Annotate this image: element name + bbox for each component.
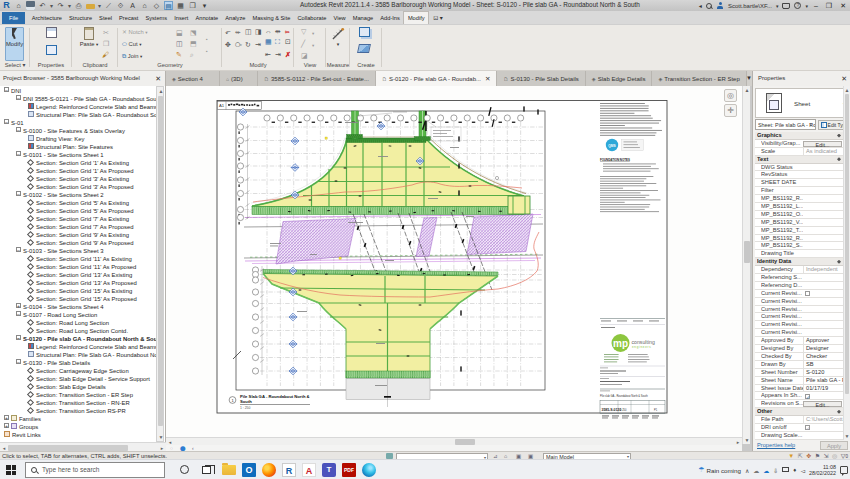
tree-item[interactable]: Section: Section Grid '9' As Proposed [0,239,156,247]
tree-item[interactable]: Drafting View: Key [0,135,156,143]
panel-label[interactable]: Measure [326,62,350,68]
mirror-axis-icon[interactable]: ◫ [245,28,252,36]
tree-item[interactable]: Revit Links [0,431,156,439]
group-icon[interactable]: ⊡ [285,38,291,46]
cart-icon[interactable] [782,2,790,9]
print-icon[interactable]: ⎙ [74,1,83,10]
scroll-up-icon[interactable]: ▲ [743,86,751,94]
tree-item[interactable]: Section: Section Grid '5' As Proposed [0,207,156,215]
scroll-thumb[interactable] [8,445,128,451]
properties-help-link[interactable]: Properties help [757,442,795,448]
property-value[interactable]: Checker [803,353,843,361]
home-icon[interactable]: ⌂ [14,1,23,10]
align-right-icon[interactable]: ⇥ [275,51,281,59]
type-combo[interactable]: Sheet: Pile slab GA - Roundabout North &… [755,119,816,130]
delete-icon[interactable]: ✗ [285,51,291,59]
tree-item[interactable]: –S-0102 - Site Sections Sheet 2 [0,191,156,199]
action-center-icon[interactable] [840,466,848,474]
ribbon-tab-file[interactable]: File [2,12,25,24]
create-group-button[interactable] [356,27,372,42]
tree-item[interactable]: Section: Section Grid '9' As Existing [0,231,156,239]
panel-label[interactable]: Properties [30,62,72,68]
revit-logo-icon[interactable]: R [2,1,11,10]
close-button[interactable]: ✕ [838,2,848,10]
panel-label[interactable]: Create [350,62,382,68]
ribbon-tab-systems[interactable]: Systems [142,12,171,24]
property-value[interactable]: As indicated [803,148,843,156]
tree-item[interactable]: Section: Section Grid '13' As Existing [0,271,156,279]
tree-item[interactable]: Section: Section Grid '3' As Proposed [0,183,156,191]
trim-icon[interactable]: ⇥ [255,41,261,49]
weather-widget[interactable]: ☂Rain coming [698,466,741,474]
chevron-down-icon[interactable]: ▾ [312,41,314,50]
panel-label[interactable]: Modify [222,62,294,68]
expand-icon[interactable]: + [4,415,9,420]
scroll-down-icon[interactable]: ▼ [157,433,165,441]
chevron-down-icon[interactable]: ∨ [809,121,813,127]
tree-item[interactable]: Section: Section Grid '7' As Existing [0,215,156,223]
move-icon[interactable]: ✥ [225,41,231,49]
tree-item[interactable]: Section: Section Grid '1' As Proposed [0,167,156,175]
tree-item[interactable]: Section: Section Grid '15' As Existing [0,287,156,295]
tree-item[interactable]: –S-0120 - Pile slab GA - Roundabout Nort… [0,335,156,343]
default-3d-view-icon[interactable]: ⌂ [140,1,149,10]
unjoin-icon[interactable]: ⬒ [190,40,197,48]
collapse-icon[interactable]: – [16,335,21,340]
tree-item[interactable]: +S-0104 - Site Sections Sheet 4 [0,303,156,311]
tree-item[interactable]: –S-0101 - Site Sections Sheet 1 [0,151,156,159]
scroll-down-icon[interactable]: ▼ [843,432,850,440]
demolish-icon[interactable]: ▪ [206,47,208,55]
tree-item[interactable]: Section: Carriageway Edge Section [0,367,156,375]
hidden-icons-chevron[interactable]: ∧ [745,467,749,474]
chevron-down-icon[interactable]: ▾ [98,2,101,9]
copy-to-clipboard-icon[interactable]: ❐ [103,40,109,48]
canvas-hscrollbar[interactable]: ◂ ▸ [166,437,742,445]
copy-icon[interactable]: ⧂ [235,41,242,49]
type-selector[interactable]: Sheet ▾ [755,88,849,118]
tree-item[interactable]: Section: Section Grid '3' As Existing [0,175,156,183]
properties-palette-button[interactable] [42,27,60,43]
panel-label[interactable]: Clipboard [72,62,118,68]
tree-item[interactable]: Section: Section Grid '11' As Existing [0,255,156,263]
properties-vscrollbar[interactable]: ▲ ▼ [843,86,850,440]
collapse-icon[interactable]: – [16,191,21,196]
tag-icon[interactable]: ⟐ [116,1,125,10]
geometry-search-icon[interactable]: ⌕ [190,51,194,59]
collapse-icon[interactable]: – [16,359,21,364]
edge-icon[interactable] [362,463,376,477]
tree-item[interactable]: Section: Transition Section RS-PR [0,407,156,415]
tree-item[interactable]: Section: Slab Edge Detail - Service Supp… [0,375,156,383]
tree-item[interactable]: +Groups [0,423,156,431]
beam-icon[interactable]: ◫ [176,40,183,48]
drawing-area[interactable]: A1QMSFOUNDATION NOTESmpconsultingenginee… [166,86,742,437]
tree-item[interactable]: –S-0100 - Site Features & Stats Overlay [0,127,156,135]
collapse-icon[interactable]: – [16,127,21,132]
edit-button[interactable]: Edit... [803,141,842,147]
extend-icon[interactable]: ⇔ [265,28,272,36]
scroll-up-icon[interactable]: ▲ [157,87,165,95]
tree-item[interactable]: +Families [0,415,156,423]
chevron-down-icon[interactable]: ▾ [68,2,71,9]
aligned-dimension-icon[interactable]: ⟋ [104,1,113,10]
canvas-vscrollbar[interactable]: ▲ ▼ [742,86,750,444]
chevron-down-icon[interactable]: ▾ [312,29,314,38]
collapse-icon[interactable]: – [16,151,21,156]
close-icon[interactable]: ✕ [155,71,161,86]
pdf-icon[interactable]: PDF [342,463,356,477]
property-value[interactable]: S-0120 [803,369,843,377]
tree-item[interactable]: Structural Plan: Pile Slab GA - Roundabo… [0,351,156,359]
create-assembly-button[interactable] [356,44,372,59]
collapse-icon[interactable]: – [16,247,21,252]
tree-item[interactable]: –S-0130 - Pile Slab Details [0,359,156,367]
project-browser-header[interactable]: Project Browser - 3585 Barlborough Worki… [0,71,166,86]
align-icon[interactable]: ⬐ [225,28,231,36]
taskbar-search[interactable]: Type here to search [25,462,165,478]
tree-item[interactable]: Section: Transition Section - ER Step [0,391,156,399]
property-value[interactable]: Approver [803,337,843,345]
notch-button[interactable]: ✕ Notch ▾ [122,29,148,35]
pin-icon[interactable] [837,260,841,264]
project-browser-vscrollbar[interactable]: ▲ ▼ [156,86,164,442]
view-tab-7[interactable]: ◈Transition Section - ER Step [652,71,746,86]
tree-item[interactable]: Section: Section Grid '7' As Proposed [0,223,156,231]
undo-icon[interactable]: ↶ [38,1,47,10]
